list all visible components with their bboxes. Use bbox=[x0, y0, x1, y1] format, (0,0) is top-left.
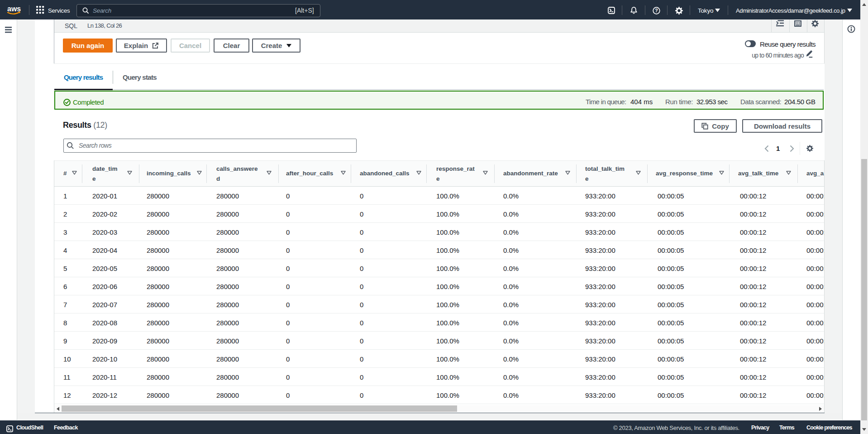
svg-text:aws: aws bbox=[7, 5, 21, 13]
svg-text:?: ? bbox=[655, 8, 658, 13]
